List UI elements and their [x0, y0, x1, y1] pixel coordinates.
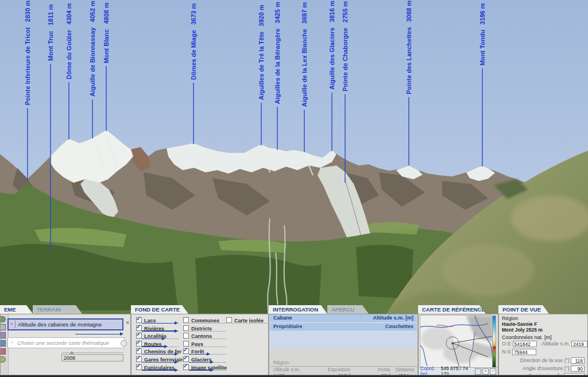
peak-label: Dôme du Goûter 4304 m — [65, 3, 72, 79]
second-theme-placeholder: Choisir une seconde carte thématique — [17, 340, 109, 346]
coord-label: Coord. [m] — [420, 366, 441, 375]
selected-theme-box[interactable]: ^ Altitude des cabanes de montagne — [7, 318, 123, 330]
ns-label: N-S — [502, 349, 511, 355]
angle-label: Angle d'ouverture [°] — [523, 366, 569, 371]
theme-opacity-slider[interactable] — [75, 332, 123, 336]
theme-panel-body: ^ Altitude des cabanes de montagne × ^ C… — [0, 314, 131, 375]
legend-icon[interactable] — [0, 356, 6, 363]
zoom-in-icon[interactable]: + — [482, 368, 489, 375]
close-icon[interactable]: × — [126, 320, 129, 326]
altitude-header-label: Altitude s.m. [m] — [373, 315, 413, 322]
reference-map-body: Coord. [m] 545 675 / 74 172 ⬚ + − — [418, 314, 498, 375]
couchettes-label: Couchettes — [385, 324, 413, 331]
unchecked-checkbox-icon[interactable] — [226, 317, 232, 323]
zoom-out-icon[interactable]: − — [490, 368, 496, 375]
peak-label: Mont Tondu 3196 m — [479, 3, 486, 66]
pv-coords-label: Coordonnées nat. [m] — [502, 334, 585, 340]
checked-checkbox-icon[interactable] — [183, 364, 189, 370]
peak-label: Aiguille de la Lex Blanche 3697 m — [301, 2, 308, 107]
cabane-label: Cabane — [273, 315, 292, 322]
viewpoint-panel: POINT DE VUE Région Haute-Savoie F Mont … — [498, 305, 588, 377]
unchecked-checkbox-icon[interactable] — [183, 341, 189, 347]
tab-interrogation[interactable]: INTERROGATION — [269, 305, 327, 314]
tab-terrain[interactable]: TERRAIN — [33, 305, 82, 314]
oe-input[interactable]: 541842 — [513, 341, 537, 347]
selected-theme-label: Altitude des cabanes de montagne — [18, 321, 102, 328]
refresh-icon[interactable] — [121, 340, 127, 347]
tab-fond-de-carte[interactable]: FOND DE CARTE — [131, 305, 188, 314]
viewpoint-body: Région Haute-Savoie F Mont Joly 2525 m C… — [498, 314, 588, 375]
checked-checkbox-icon[interactable] — [183, 348, 189, 354]
checked-checkbox-icon[interactable] — [136, 348, 142, 354]
ns-input[interactable]: 75944 — [512, 349, 536, 355]
expand-theme-icon[interactable]: ^ — [9, 321, 16, 328]
proprietaire-header-row: Propriétaire Couchettes — [270, 323, 417, 331]
stat-exposition: Exposition212 ° — [304, 367, 350, 375]
pv-region-label: Région — [502, 316, 585, 321]
peak-label: Mont Blanc 4808 m — [103, 2, 110, 63]
reference-map[interactable] — [420, 315, 492, 370]
colorbar-marker-icon — [493, 346, 496, 349]
stat-label: Distance — [379, 367, 415, 372]
pv-summit-value: Mont Joly 2525 m — [502, 327, 585, 333]
checked-checkbox-icon[interactable] — [136, 333, 142, 338]
second-theme-box[interactable]: ^ Choisir une seconde carte thématique — [7, 337, 125, 348]
stats-row: Altitude s.m.1488 mExposition212 °Pente2… — [270, 366, 417, 375]
interrogation-panel: INTERROGATION APERÇU Cabane Altitude s.m… — [269, 305, 418, 377]
layer-opacity-slider[interactable] — [189, 368, 226, 372]
symbol-icon[interactable] — [0, 348, 6, 355]
unchecked-checkbox-icon[interactable] — [183, 317, 189, 323]
peak-label: Aiguille de Bionnassay 4052 m — [89, 1, 96, 97]
elevation-colorbar — [492, 316, 496, 368]
coord-value: 545 675 / 74 172 — [441, 366, 474, 375]
layer-opacity-slider[interactable] — [232, 321, 269, 325]
result-empty-area — [270, 332, 417, 348]
peak-label: Dômes de Miage 3673 m — [190, 3, 197, 80]
tab-apercu[interactable]: APERÇU — [327, 305, 369, 314]
peak-label: Aiguilles de la Bérangère 3425 m — [274, 2, 281, 104]
pv-alt-label: Altitude s.m. — [541, 341, 570, 347]
peak-label: Pointe des Lanchettes 3088 m — [405, 1, 412, 94]
spacer-band — [270, 348, 417, 356]
peak-label: Mont Truc 1811 m — [47, 4, 54, 61]
coordinate-bar: Coord. [m] 545 675 / 74 172 ⬚ + − — [419, 367, 497, 375]
theme-panel: EME TERRAIN ^ Altitude des cabanes de mo… — [0, 305, 131, 377]
checked-checkbox-icon[interactable] — [183, 356, 189, 362]
checked-checkbox-icon[interactable] — [136, 325, 142, 331]
year-input[interactable]: 2008 — [61, 354, 123, 361]
checked-checkbox-icon[interactable] — [136, 356, 142, 362]
direction-label: Direction de la vue [°] — [520, 357, 570, 363]
chart-icon[interactable] — [0, 332, 6, 338]
checked-checkbox-icon[interactable] — [136, 317, 142, 323]
oe-label: O-E — [502, 341, 511, 347]
control-panels: EME TERRAIN ^ Altitude des cabanes de mo… — [0, 305, 588, 377]
pv-region-value: Haute-Savoie F — [502, 321, 585, 327]
peak-label: Pointe Inferieure de Tricot 2830 m — [24, 1, 31, 105]
unchecked-checkbox-icon[interactable] — [183, 325, 189, 331]
angle-input[interactable]: 90 — [571, 366, 585, 372]
layer-opacity-slider[interactable] — [142, 368, 179, 372]
stat-label: Exposition — [304, 367, 350, 372]
tab-point-de-vue-label: POINT DE VUE — [502, 306, 541, 313]
tab-apercu-label: APERÇU — [331, 306, 354, 313]
pv-alt-input[interactable]: 2419 — [571, 341, 587, 347]
globe-icon[interactable] — [0, 316, 6, 322]
direction-input[interactable]: 118 — [571, 357, 585, 364]
tab-carte-de-reference[interactable]: CARTE DE RÉFÉRENCE — [418, 305, 486, 314]
grid-icon[interactable] — [0, 340, 6, 347]
stat-distance: Distance4324 m — [379, 367, 415, 375]
unchecked-checkbox-icon[interactable] — [183, 333, 189, 338]
expand-second-theme-icon[interactable]: ^ — [9, 340, 15, 347]
peak-label: Pointe de Chaborgne 2755 m — [342, 1, 349, 91]
region-label: Région — [273, 360, 289, 366]
tab-terrain-label: TERRAIN — [37, 306, 61, 313]
tab-theme[interactable]: EME — [0, 305, 33, 314]
checked-checkbox-icon[interactable] — [136, 341, 142, 347]
cabane-header-row: Cabane Altitude s.m. [m] — [270, 314, 417, 322]
fit-view-icon[interactable]: ⬚ — [475, 368, 481, 375]
tab-interrogation-label: INTERROGATION — [273, 306, 318, 313]
map-icon[interactable] — [0, 324, 6, 330]
tab-point-de-vue[interactable]: POINT DE VUE — [498, 305, 549, 314]
region-row: Région Haute-Savoie F — [270, 356, 417, 366]
checked-checkbox-icon[interactable] — [136, 364, 142, 370]
